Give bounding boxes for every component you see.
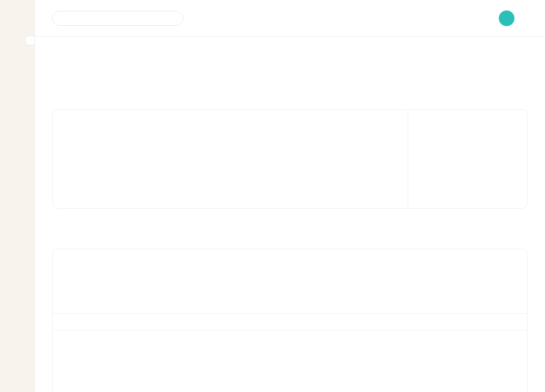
group-by-dropdown[interactable] xyxy=(96,85,106,91)
chevron-down-icon xyxy=(269,85,275,91)
chevron-down-icon xyxy=(180,87,186,93)
sidebar xyxy=(0,0,35,392)
table-header-row xyxy=(53,313,527,330)
sales-line-chart xyxy=(53,110,408,208)
topbar xyxy=(35,0,545,37)
chart-legend xyxy=(408,110,527,208)
filters-row xyxy=(35,85,545,97)
chevron-down-icon xyxy=(100,85,106,91)
chevron-down-icon xyxy=(63,85,69,91)
user-avatar[interactable] xyxy=(499,10,514,26)
sales-chart-card xyxy=(52,109,528,209)
brand-logo-icon[interactable] xyxy=(7,7,28,29)
date-range-picker[interactable] xyxy=(158,85,186,94)
calendar-icon xyxy=(158,85,167,94)
user-chevron-down-icon[interactable] xyxy=(527,15,534,22)
search-input[interactable] xyxy=(53,15,169,22)
sales-table xyxy=(53,313,527,330)
location-pin-icon xyxy=(454,14,464,23)
sidebar-expand-button[interactable] xyxy=(25,36,35,45)
location-chevron-down-icon[interactable] xyxy=(475,15,482,22)
search-input-wrapper xyxy=(52,11,183,26)
search-icon[interactable] xyxy=(169,14,177,23)
report-type-dropdown[interactable] xyxy=(59,85,69,91)
sales-table-card xyxy=(52,249,528,392)
main-content xyxy=(35,37,545,392)
comparison-dropdown[interactable] xyxy=(266,85,275,91)
